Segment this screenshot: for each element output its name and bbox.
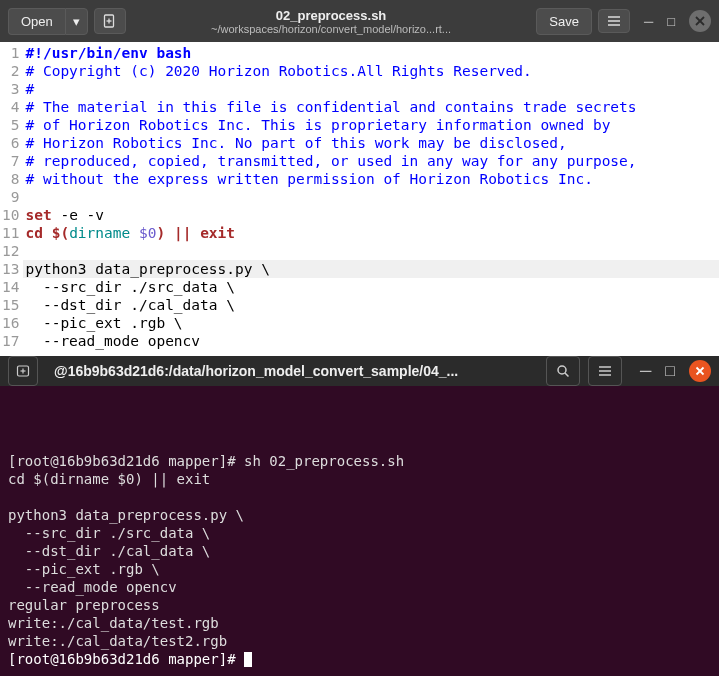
- terminal-new-tab-button[interactable]: [8, 356, 38, 386]
- svg-line-12: [565, 373, 569, 377]
- chevron-down-icon: ▾: [73, 14, 80, 29]
- line-number: 14: [2, 278, 19, 296]
- line-number: 10: [2, 206, 19, 224]
- search-icon: [556, 364, 570, 378]
- terminal-output-line: regular preprocess: [8, 596, 711, 614]
- terminal-output-line: cd $(dirname $0) || exit: [8, 470, 711, 488]
- hamburger-menu-button[interactable]: [598, 9, 630, 33]
- terminal-menu-button[interactable]: [588, 356, 622, 386]
- title-block: 02_preprocess.sh ~/workspaces/horizon/co…: [132, 8, 530, 35]
- line-number: 5: [2, 116, 19, 134]
- terminal-maximize-button[interactable]: □: [665, 362, 675, 380]
- cursor: [244, 652, 252, 667]
- minimize-button[interactable]: ─: [644, 14, 653, 29]
- terminal-title: @16b9b63d21d6:/data/horizon_model_conver…: [46, 363, 538, 379]
- file-title: 02_preprocess.sh: [132, 8, 530, 23]
- editor-titlebar: Open ▾ 02_preprocess.sh ~/workspaces/hor…: [0, 0, 719, 42]
- close-icon: [695, 366, 705, 376]
- open-button[interactable]: Open: [8, 8, 65, 35]
- terminal-output-line: --read_mode opencv: [8, 578, 711, 596]
- close-button[interactable]: [689, 10, 711, 32]
- save-button[interactable]: Save: [536, 8, 592, 35]
- hamburger-icon: [607, 15, 621, 27]
- terminal-output-line: --pic_ext .rgb \: [8, 560, 711, 578]
- terminal-search-button[interactable]: [546, 356, 580, 386]
- line-number: 11: [2, 224, 19, 242]
- code-line[interactable]: #: [23, 80, 719, 98]
- code-line[interactable]: set -e -v: [23, 206, 719, 224]
- line-number-gutter: 1234567891011121314151617: [0, 44, 23, 356]
- terminal-prompt-line[interactable]: [root@16b9b63d21d6 mapper]#: [8, 650, 711, 668]
- line-number: 13: [2, 260, 19, 278]
- code-line[interactable]: --src_dir ./src_data \: [23, 278, 719, 296]
- code-line[interactable]: # without the express written permission…: [23, 170, 719, 188]
- terminal-titlebar: @16b9b63d21d6:/data/horizon_model_conver…: [0, 356, 719, 386]
- line-number: 2: [2, 62, 19, 80]
- line-number: 8: [2, 170, 19, 188]
- terminal-window: @16b9b63d21d6:/data/horizon_model_conver…: [0, 356, 719, 676]
- open-dropdown-button[interactable]: ▾: [65, 8, 88, 35]
- window-controls: ─ □: [644, 10, 711, 32]
- line-number: 12: [2, 242, 19, 260]
- terminal-output-line: [root@16b9b63d21d6 mapper]# sh 02_prepro…: [8, 452, 711, 470]
- maximize-button[interactable]: □: [667, 14, 675, 29]
- terminal-minimize-button[interactable]: ─: [640, 362, 651, 380]
- line-number: 1: [2, 44, 19, 62]
- editor-window: Open ▾ 02_preprocess.sh ~/workspaces/hor…: [0, 0, 719, 356]
- code-line[interactable]: [23, 188, 719, 206]
- terminal-output-line: --src_dir ./src_data \: [8, 524, 711, 542]
- code-line[interactable]: # Copyright (c) 2020 Horizon Robotics.Al…: [23, 62, 719, 80]
- code-line[interactable]: --read_mode opencv: [23, 332, 719, 350]
- line-number: 3: [2, 80, 19, 98]
- close-icon: [695, 16, 705, 26]
- svg-point-11: [558, 366, 566, 374]
- terminal-output-line: --dst_dir ./cal_data \: [8, 542, 711, 560]
- code-line[interactable]: --pic_ext .rgb \: [23, 314, 719, 332]
- code-area[interactable]: 1234567891011121314151617 #!/usr/bin/env…: [0, 42, 719, 356]
- code-line[interactable]: # The material in this file is confident…: [23, 98, 719, 116]
- code-line[interactable]: # of Horizon Robotics Inc. This is propr…: [23, 116, 719, 134]
- new-tab-icon: [16, 364, 30, 378]
- line-number: 15: [2, 296, 19, 314]
- line-number: 4: [2, 98, 19, 116]
- terminal-body[interactable]: [root@16b9b63d21d6 mapper]# sh 02_prepro…: [0, 386, 719, 676]
- line-number: 17: [2, 332, 19, 350]
- terminal-output-line: python3 data_preprocess.py \: [8, 506, 711, 524]
- line-number: 16: [2, 314, 19, 332]
- code-line[interactable]: # Horizon Robotics Inc. No part of this …: [23, 134, 719, 152]
- new-tab-button[interactable]: [94, 8, 126, 34]
- terminal-output-line: write:./cal_data/test2.rgb: [8, 632, 711, 650]
- code-line[interactable]: #!/usr/bin/env bash: [23, 44, 719, 62]
- terminal-close-button[interactable]: [689, 360, 711, 382]
- terminal-output-line: [8, 488, 711, 506]
- code-line[interactable]: cd $(dirname $0) || exit: [23, 224, 719, 242]
- new-document-icon: [103, 14, 117, 28]
- hamburger-icon: [598, 365, 612, 377]
- code-line[interactable]: [23, 242, 719, 260]
- line-number: 9: [2, 188, 19, 206]
- open-button-group: Open ▾: [8, 8, 88, 35]
- line-number: 7: [2, 152, 19, 170]
- line-number: 6: [2, 134, 19, 152]
- terminal-window-controls: ─ □: [640, 360, 711, 382]
- code-line[interactable]: --dst_dir ./cal_data \: [23, 296, 719, 314]
- terminal-output-line: write:./cal_data/test.rgb: [8, 614, 711, 632]
- code-line[interactable]: python3 data_preprocess.py \: [23, 260, 719, 278]
- code-lines[interactable]: #!/usr/bin/env bash# Copyright (c) 2020 …: [23, 44, 719, 356]
- file-path: ~/workspaces/horizon/convert_model/horiz…: [132, 23, 530, 35]
- code-line[interactable]: # reproduced, copied, transmitted, or us…: [23, 152, 719, 170]
